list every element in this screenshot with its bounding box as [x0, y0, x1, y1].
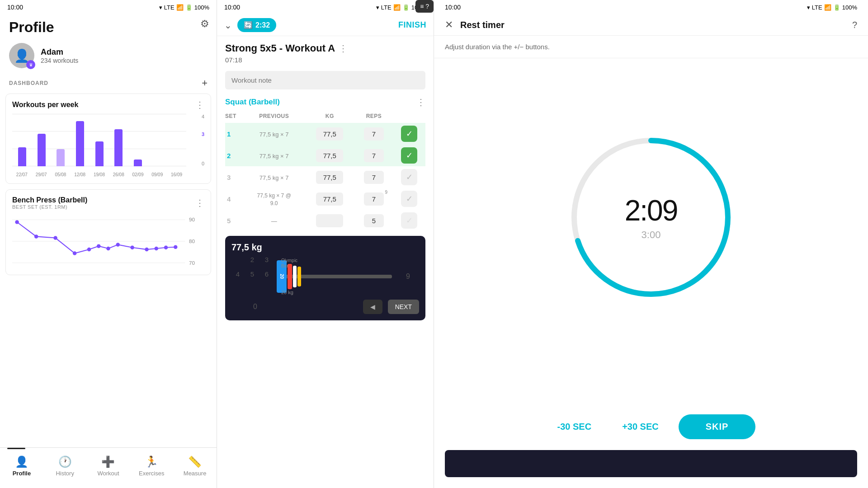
dashboard-label: DASHBOARD	[9, 80, 48, 86]
x-label-4: 12/08	[74, 172, 85, 177]
battery-label-t: 100%	[842, 4, 857, 11]
workout-nav-icon: ➕	[101, 455, 115, 468]
bar-29-07	[33, 134, 50, 166]
minus-30-button[interactable]: -30 SEC	[547, 416, 603, 437]
set-check-1[interactable]: ✓	[393, 123, 425, 145]
set-kg-4[interactable]	[305, 188, 355, 210]
svg-point-4	[34, 235, 38, 239]
barbell-config-button[interactable]: ≡ ?	[415, 0, 434, 13]
sets-table: SET PREVIOUS KG REPS 1 77,5 kg × 7 ✓	[225, 111, 425, 231]
set-reps-4[interactable]: 9	[355, 188, 393, 210]
plate-white	[293, 266, 297, 287]
lte-label-w: LTE	[381, 4, 392, 11]
set-num-3: 3	[225, 166, 243, 188]
set-check-4[interactable]: ✓	[393, 188, 425, 210]
nav-item-exercises[interactable]: 🏃 Exercises	[130, 455, 173, 480]
svg-point-3	[15, 220, 19, 224]
finish-button[interactable]: FINISH	[398, 20, 426, 30]
nav-label-history: History	[56, 470, 74, 477]
set-check-5[interactable]: ✓	[393, 210, 425, 231]
set-num-4: 4	[225, 188, 243, 210]
nav-item-history[interactable]: 🕐 History	[43, 455, 87, 480]
nav-label-profile: Profile	[13, 470, 31, 477]
settings-button[interactable]: ⚙	[200, 18, 209, 30]
user-name: Adam	[41, 47, 78, 57]
rpe-superscript: 9	[385, 190, 387, 195]
add-widget-button[interactable]: +	[202, 77, 208, 89]
exercise-more-button[interactable]: ⋮	[416, 98, 425, 107]
set-reps-1[interactable]	[355, 123, 393, 145]
set-prev-5: —	[243, 210, 305, 231]
x-label-9: 16/09	[171, 172, 182, 177]
barbell-panel: 77,5 kg ≡ ? 2 3 4 5 6 20	[225, 236, 425, 320]
collapse-button[interactable]: ⌄	[224, 20, 232, 31]
svg-text:70: 70	[189, 260, 195, 266]
avatar-icon: 👤	[14, 48, 30, 63]
set-kg-2[interactable]	[305, 145, 355, 166]
set-kg-3[interactable]	[305, 166, 355, 188]
svg-point-14	[164, 246, 168, 250]
svg-text:90: 90	[189, 216, 195, 222]
timer-circle: 2:09 3:00	[565, 131, 737, 303]
set-prev-4: 77,5 kg × 7 @9.0	[243, 188, 305, 210]
y-label-3: 3	[202, 131, 204, 137]
bar-02-09	[129, 160, 146, 166]
table-row: 4 77,5 kg × 7 @9.0 9 ✓	[225, 188, 425, 210]
workout-more-button[interactable]: ⋮	[339, 44, 348, 53]
active-timer-pill[interactable]: 🔄 2:32	[237, 18, 276, 32]
exercise-name: Squat (Barbell)	[225, 98, 280, 107]
barbell-next-button[interactable]: NEXT	[388, 300, 419, 314]
num-2	[231, 256, 244, 268]
workouts-bar-chart: 4 3 0 22/07 29/07 05/08 12/08	[12, 114, 204, 177]
status-time-timer: 10:00	[445, 4, 461, 11]
num-9-right: 9	[406, 272, 410, 281]
plate-yellow	[297, 267, 301, 286]
close-button[interactable]: ✕	[445, 19, 453, 31]
workout-info: Strong 5x5 - Workout A ⋮ 07:18	[217, 36, 434, 67]
lte-label: LTE	[164, 4, 175, 11]
signal-icon: 📶	[176, 4, 184, 11]
line-chart-svg: 90 80 70	[12, 214, 204, 268]
barbell-back-button[interactable]: ◀	[363, 300, 382, 314]
bar-12-08	[72, 121, 89, 166]
set-check-3[interactable]: ✓	[393, 166, 425, 188]
nav-item-profile[interactable]: 👤 Profile	[0, 455, 43, 480]
set-kg-1[interactable]	[305, 123, 355, 145]
bar-05-08	[52, 149, 69, 166]
set-num-1: 1	[225, 123, 243, 145]
x-label-1: 22/07	[16, 172, 28, 177]
plate-label-20: 20	[279, 274, 284, 279]
workout-duration: 07:18	[225, 56, 425, 64]
timer-value: 2:32	[255, 21, 270, 29]
user-details: Adam 234 workouts	[41, 47, 78, 64]
num-3: 3	[260, 256, 273, 268]
signal-icon-w: 📶	[393, 4, 401, 11]
timer-subtitle: Adjust duration via the +/− buttons.	[434, 36, 868, 58]
card2-more-button[interactable]: ⋮	[195, 198, 204, 207]
svg-point-8	[97, 244, 101, 248]
x-label-7: 02/09	[132, 172, 143, 177]
set-prev-2: 77,5 kg × 7	[243, 145, 305, 166]
barbell-visual: 2 3 4 5 6 20	[231, 256, 419, 297]
svg-text:80: 80	[189, 238, 195, 244]
set-kg-5[interactable]	[305, 210, 355, 231]
chart-x-labels: 22/07 29/07 05/08 12/08 19/08 26/08 02/0…	[12, 172, 186, 177]
nav-label-workout: Workout	[97, 470, 119, 477]
set-reps-3[interactable]	[355, 166, 393, 188]
lte-label-t: LTE	[812, 4, 822, 11]
skip-button[interactable]: SKIP	[679, 414, 756, 439]
nav-item-workout[interactable]: ➕ Workout	[87, 455, 130, 480]
plus-30-button[interactable]: +30 SEC	[611, 416, 670, 437]
set-check-2[interactable]: ✓	[393, 145, 425, 166]
workout-note-input[interactable]	[225, 71, 425, 89]
svg-point-13	[155, 247, 159, 251]
bench-press-line-chart: 90 80 70	[12, 214, 204, 268]
nav-item-measure[interactable]: 📏 Measure	[173, 455, 217, 480]
card2-title-block: Bench Press (Barbell) BEST SET (EST. 1RM…	[12, 196, 87, 210]
table-row: 5 — ✓	[225, 210, 425, 231]
set-reps-5[interactable]	[355, 210, 393, 231]
user-info: 👤 ♛ Adam 234 workouts	[0, 43, 217, 77]
set-reps-2[interactable]	[355, 145, 393, 166]
card1-more-button[interactable]: ⋮	[195, 100, 204, 109]
help-button[interactable]: ?	[852, 20, 857, 30]
